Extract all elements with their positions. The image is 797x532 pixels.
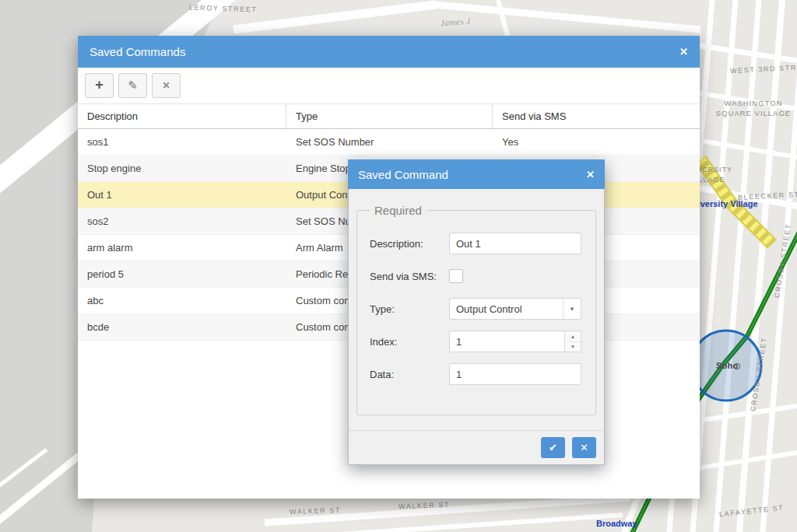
dialog-title: Saved Command	[358, 168, 448, 181]
commands-toolbar: + ✎ ✕	[78, 68, 700, 104]
cell-description: bcde	[78, 314, 286, 340]
index-field[interactable]	[449, 331, 581, 352]
app-root: LEROY STREET James J WEST 3RD STR WASHIN…	[0, 0, 797, 532]
close-icon[interactable]: ✕	[679, 47, 688, 57]
cancel-icon: ✕	[580, 442, 588, 453]
cell-description: arm alarm	[78, 235, 286, 261]
saved-commands-titlebar[interactable]: Saved Commands ✕	[78, 36, 700, 68]
type-select[interactable]: Output Control ▼	[449, 298, 581, 320]
data-row: Data:	[370, 363, 586, 385]
delete-icon: ✕	[162, 80, 170, 91]
saved-command-titlebar[interactable]: Saved Command ✕	[348, 159, 605, 189]
cell-description: sos1	[78, 129, 286, 155]
cell-description: abc	[78, 288, 286, 313]
fieldset-legend: Required	[370, 204, 427, 217]
cell-description: Out 1	[78, 182, 286, 208]
sms-label: Send via SMS:	[370, 271, 449, 282]
table-header: Description Type Send via SMS	[78, 104, 700, 129]
cell-description: period 5	[78, 261, 286, 287]
index-row: Index: ▲ ▼	[370, 331, 586, 352]
saved-command-dialog: Saved Command ✕ Required Description: Se…	[348, 159, 605, 465]
geofence-circle	[691, 331, 761, 401]
saved-command-footer: ✔ ✕	[349, 430, 604, 464]
index-stepper: ▲ ▼	[449, 331, 581, 352]
description-label: Description:	[370, 238, 449, 250]
description-row: Description:	[370, 233, 586, 254]
type-row: Type: Output Control ▼	[370, 298, 586, 320]
dialog-title: Saved Commands	[90, 45, 185, 58]
column-header-type[interactable]: Type	[286, 104, 493, 128]
spinner-down-icon[interactable]: ▼	[565, 342, 581, 352]
type-label: Type:	[370, 303, 449, 315]
checkmark-icon: ✔	[549, 442, 557, 453]
description-field[interactable]	[449, 233, 581, 254]
data-label: Data:	[370, 369, 449, 380]
close-icon[interactable]: ✕	[586, 170, 595, 180]
index-label: Index:	[370, 336, 449, 348]
delete-command-button[interactable]: ✕	[152, 73, 181, 98]
sms-row: Send via SMS:	[370, 265, 586, 287]
type-value: Output Control	[450, 303, 563, 315]
cell-sms: Yes	[493, 129, 698, 155]
saved-command-body: Required Description: Send via SMS: Type…	[349, 204, 604, 446]
table-row[interactable]: sos1 Set SOS Number Yes	[78, 129, 700, 156]
cell-description: Stop engine	[78, 156, 286, 181]
send-sms-checkbox[interactable]	[449, 269, 463, 283]
column-header-description[interactable]: Description	[78, 104, 286, 128]
edit-command-button[interactable]: ✎	[118, 73, 147, 98]
column-header-sms[interactable]: Send via SMS	[493, 104, 698, 128]
chevron-down-icon[interactable]: ▼	[563, 299, 581, 319]
cancel-button[interactable]: ✕	[572, 437, 596, 458]
spinner-up-icon[interactable]: ▲	[565, 331, 581, 342]
add-command-button[interactable]: +	[85, 73, 114, 98]
confirm-button[interactable]: ✔	[541, 437, 565, 458]
required-fieldset: Required Description: Send via SMS: Type…	[356, 204, 596, 415]
cell-description: sos2	[78, 208, 286, 234]
spinner-buttons: ▲ ▼	[564, 331, 581, 352]
cell-type: Set SOS Number	[286, 129, 493, 155]
plus-icon: +	[95, 77, 104, 93]
pencil-icon: ✎	[128, 79, 138, 93]
data-field[interactable]	[449, 363, 581, 385]
